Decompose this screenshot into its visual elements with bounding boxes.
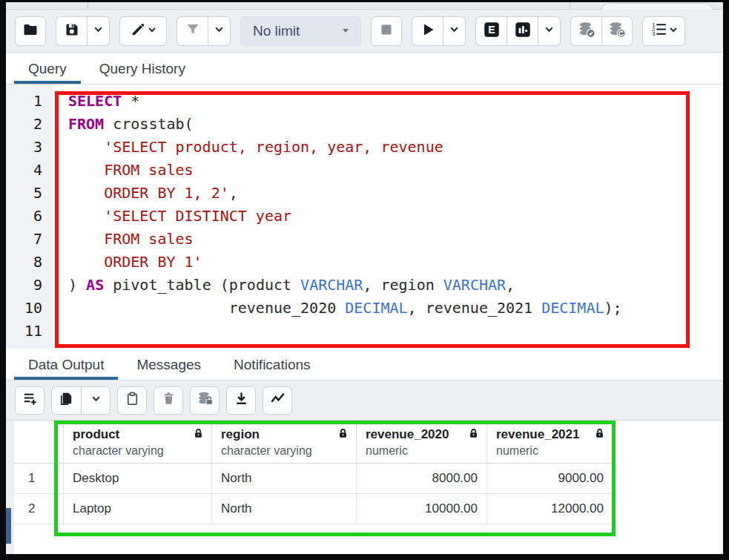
chevron-down-icon bbox=[544, 24, 555, 38]
tab-query-label: Query bbox=[28, 61, 67, 76]
row-number-cell[interactable]: 1 bbox=[14, 464, 64, 493]
line-number: 7 bbox=[6, 228, 53, 251]
rollback-database-icon bbox=[607, 20, 627, 42]
tab-query-history[interactable]: Query History bbox=[83, 53, 202, 84]
sql-token: DECIMAL bbox=[345, 299, 407, 317]
execute-options-button[interactable] bbox=[443, 16, 466, 46]
filter-button[interactable] bbox=[177, 16, 208, 46]
macro-button[interactable]: 123 bbox=[642, 16, 685, 46]
sql-token: , revenue_2021 bbox=[408, 299, 542, 317]
tab-data-output-label: Data Output bbox=[28, 357, 104, 372]
svg-text:E: E bbox=[488, 24, 495, 36]
chevron-down-icon bbox=[93, 24, 104, 38]
editor-line[interactable]: 6 'SELECT DISTINCT year bbox=[6, 205, 723, 228]
editor-line[interactable]: 3 'SELECT product, region, year, revenue bbox=[6, 136, 723, 159]
sql-token: ); bbox=[604, 299, 622, 317]
grid-cell[interactable]: Laptop bbox=[64, 494, 212, 524]
column-type: numeric bbox=[366, 444, 479, 458]
edit-pencil-icon bbox=[129, 21, 147, 42]
column-header-product[interactable]: productcharacter varying bbox=[64, 421, 212, 463]
grid-cell[interactable]: North bbox=[212, 464, 357, 493]
row-limit-value: No limit bbox=[253, 23, 300, 39]
save-options-button[interactable] bbox=[87, 16, 110, 46]
sql-token: ORDER BY 1, 2' bbox=[68, 184, 229, 202]
code-line: SELECT * bbox=[53, 90, 139, 113]
line-number: 3 bbox=[6, 136, 53, 159]
sql-editor[interactable]: 1SELECT *2FROM crosstab(3 'SELECT produc… bbox=[6, 85, 723, 349]
editor-line[interactable]: 4 FROM sales bbox=[6, 159, 723, 182]
add-row-button[interactable] bbox=[15, 386, 44, 415]
panel-tab-corner bbox=[601, 3, 713, 10]
explain-button[interactable]: E bbox=[475, 16, 507, 46]
visualize-data-button[interactable] bbox=[263, 386, 292, 415]
open-file-button[interactable] bbox=[15, 16, 46, 46]
save-button[interactable] bbox=[56, 16, 87, 46]
paste-button[interactable] bbox=[117, 386, 147, 415]
column-header-top: region bbox=[221, 427, 349, 442]
lock-icon bbox=[468, 428, 479, 442]
editor-line[interactable]: 5 ORDER BY 1, 2', bbox=[6, 182, 723, 205]
delete-row-button[interactable] bbox=[154, 386, 183, 415]
tab-data-output[interactable]: Data Output bbox=[12, 349, 120, 380]
line-number: 1 bbox=[6, 90, 53, 113]
sql-token: FROM bbox=[68, 115, 104, 133]
editor-line[interactable]: 11 bbox=[6, 320, 723, 343]
commit-button[interactable] bbox=[570, 16, 601, 46]
chevron-down-icon bbox=[449, 24, 460, 38]
lock-icon bbox=[193, 428, 204, 442]
rollback-button[interactable] bbox=[601, 16, 633, 46]
divider bbox=[88, 2, 88, 9]
column-header-revenue_2020[interactable]: revenue_2020numeric bbox=[357, 421, 487, 463]
sql-token: 'SELECT product, region, year, revenue bbox=[104, 138, 443, 156]
editor-line[interactable]: 8 ORDER BY 1' bbox=[6, 251, 723, 274]
grid-cell[interactable]: 12000.00 bbox=[487, 494, 613, 524]
filter-options-button[interactable] bbox=[208, 16, 231, 46]
code-line: ) AS pivot_table (product VARCHAR, regio… bbox=[53, 274, 515, 297]
transaction-button-group bbox=[570, 16, 633, 46]
sql-token: 'SELECT DISTINCT year bbox=[104, 207, 291, 225]
editor-line[interactable]: 10 revenue_2020 DECIMAL, revenue_2021 DE… bbox=[6, 297, 723, 320]
explain-options-button[interactable] bbox=[538, 16, 561, 46]
copy-button[interactable] bbox=[51, 386, 81, 415]
table-row: 2LaptopNorth10000.0012000.00 bbox=[14, 494, 613, 524]
line-number: 2 bbox=[6, 113, 53, 136]
sql-token: ORDER BY 1' bbox=[68, 253, 202, 271]
grid-cell[interactable]: Desktop bbox=[64, 464, 212, 493]
editor-line[interactable]: 7 FROM sales bbox=[6, 228, 723, 251]
editor-line[interactable]: 2FROM crosstab( bbox=[6, 113, 723, 136]
explain-analyze-button[interactable] bbox=[507, 16, 538, 46]
data-output-toolbar bbox=[6, 381, 723, 421]
code-line: FROM sales bbox=[53, 228, 194, 251]
column-header-region[interactable]: regioncharacter varying bbox=[212, 421, 357, 463]
clipboard-icon bbox=[124, 390, 141, 410]
copy-options-button[interactable] bbox=[81, 386, 110, 415]
tab-query[interactable]: Query bbox=[12, 53, 83, 84]
column-header-revenue_2021[interactable]: revenue_2021numeric bbox=[487, 421, 613, 463]
edit-options-button[interactable] bbox=[119, 16, 167, 46]
folder-icon bbox=[22, 21, 39, 42]
tab-messages[interactable]: Messages bbox=[120, 349, 217, 380]
grid-cell[interactable]: North bbox=[212, 494, 357, 524]
sql-token: pivot_table (product bbox=[104, 276, 300, 294]
editor-line[interactable]: 9) AS pivot_table (product VARCHAR, regi… bbox=[6, 274, 723, 297]
divider bbox=[570, 2, 570, 9]
vertical-scrollbar-thumb[interactable] bbox=[6, 508, 11, 544]
save-data-changes-button[interactable] bbox=[190, 386, 220, 415]
line-chart-icon bbox=[269, 390, 286, 410]
sql-token bbox=[68, 138, 104, 156]
caret-down-icon bbox=[340, 23, 351, 39]
explain-button-group: E bbox=[475, 16, 561, 46]
tab-notifications[interactable]: Notifications bbox=[217, 349, 327, 380]
grid-cell[interactable]: 10000.00 bbox=[357, 494, 487, 524]
editor-line[interactable]: 1SELECT * bbox=[6, 90, 723, 113]
cancel-query-button[interactable] bbox=[371, 16, 402, 46]
select-all-cell[interactable] bbox=[14, 421, 64, 463]
download-results-button[interactable] bbox=[226, 386, 256, 415]
row-number-cell[interactable]: 2 bbox=[14, 494, 64, 524]
grid-cell[interactable]: 8000.00 bbox=[357, 464, 487, 493]
execute-button[interactable] bbox=[412, 16, 443, 46]
results-grid: productcharacter varyingregioncharacter … bbox=[14, 421, 613, 524]
sql-token: FROM sales bbox=[68, 161, 194, 179]
row-limit-select[interactable]: No limit bbox=[240, 16, 361, 46]
grid-cell[interactable]: 9000.00 bbox=[487, 464, 613, 493]
